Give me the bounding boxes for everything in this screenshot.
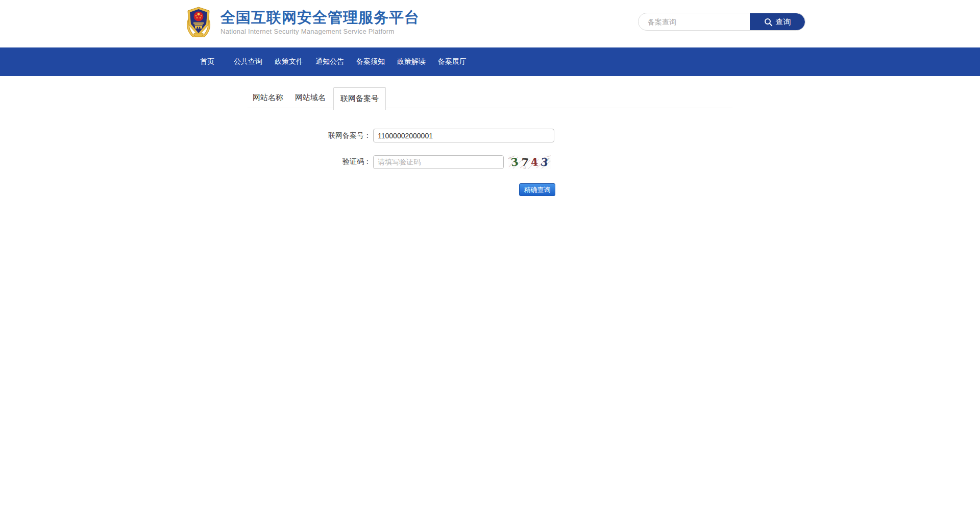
site-subtitle: National Internet Security Management Se… bbox=[220, 28, 420, 35]
query-tabs: 网站名称 网站域名 联网备案号 bbox=[248, 88, 732, 108]
captcha-row: 验证码： 丬 木 认 3 7 4 3 bbox=[248, 155, 732, 169]
captcha-image[interactable]: 丬 木 认 3 7 4 3 bbox=[508, 155, 551, 169]
svg-text:4: 4 bbox=[530, 155, 539, 168]
captcha-label: 验证码： bbox=[248, 157, 373, 166]
query-tabs-container: 网站名称 网站域名 联网备案号 bbox=[248, 88, 732, 108]
nav-items: 首页 公共查询 政策文件 通知公告 备案须知 政策解读 备案展厅 bbox=[187, 47, 980, 76]
captcha-input[interactable] bbox=[373, 155, 504, 169]
site-title: 全国互联网安全管理服务平台 bbox=[220, 9, 420, 26]
record-number-input[interactable] bbox=[373, 129, 554, 142]
svg-text:7: 7 bbox=[521, 156, 529, 169]
search-input[interactable] bbox=[639, 13, 750, 30]
tab-website-domain[interactable]: 网站域名 bbox=[290, 87, 331, 108]
precise-query-button[interactable]: 精确查询 bbox=[519, 183, 555, 196]
police-emblem-icon bbox=[185, 7, 212, 37]
main-nav: 首页 公共查询 政策文件 通知公告 备案须知 政策解读 备案展厅 bbox=[0, 47, 980, 76]
search-icon bbox=[764, 18, 773, 27]
nav-item-filing-guide[interactable]: 备案须知 bbox=[350, 57, 391, 66]
tab-record-number[interactable]: 联网备案号 bbox=[333, 87, 386, 110]
brand: 全国互联网安全管理服务平台 National Internet Security… bbox=[220, 9, 420, 35]
page-header: 全国互联网安全管理服务平台 National Internet Security… bbox=[0, 0, 980, 47]
nav-item-filing-hall[interactable]: 备案展厅 bbox=[432, 57, 473, 66]
nav-item-policy-documents[interactable]: 政策文件 bbox=[268, 57, 309, 66]
search-button[interactable]: 查询 bbox=[750, 13, 805, 31]
record-number-label: 联网备案号： bbox=[248, 131, 373, 140]
header-search: 查询 bbox=[638, 13, 805, 31]
search-button-label: 查询 bbox=[776, 17, 791, 27]
tab-website-name[interactable]: 网站名称 bbox=[248, 87, 288, 108]
nav-item-home[interactable]: 首页 bbox=[187, 57, 228, 66]
submit-row: 精确查询 bbox=[519, 183, 732, 196]
record-query-form: 联网备案号： 验证码： 丬 木 认 3 7 4 3 精确查询 bbox=[248, 108, 732, 196]
record-number-row: 联网备案号： bbox=[248, 129, 732, 142]
nav-item-public-query[interactable]: 公共查询 bbox=[228, 57, 268, 66]
nav-item-notices[interactable]: 通知公告 bbox=[309, 57, 350, 66]
nav-item-policy-interpretation[interactable]: 政策解读 bbox=[391, 57, 432, 66]
